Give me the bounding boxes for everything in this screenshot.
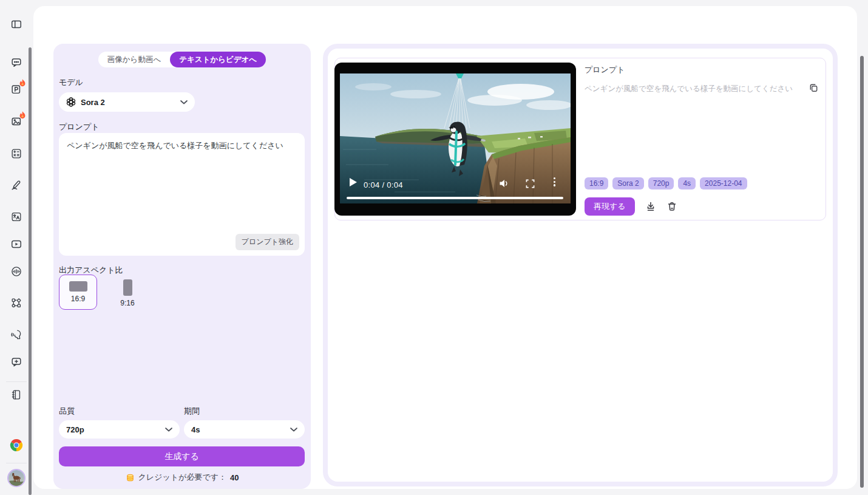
- tab-image-to-video[interactable]: 画像から動画へ: [98, 52, 170, 67]
- prompt-enhance-button[interactable]: プロンプト強化: [236, 234, 299, 250]
- tag-quality: 720p: [648, 177, 674, 189]
- new-chat-icon[interactable]: [10, 355, 23, 369]
- app-window: 画像から動画へ テキストからビデオへ モデル Sora 2 プロンプト ペンギン…: [0, 0, 868, 495]
- volume-icon[interactable]: [498, 178, 509, 191]
- download-icon[interactable]: [645, 201, 656, 212]
- voice-chat-icon[interactable]: [10, 328, 23, 341]
- aspect-option-9-16[interactable]: 9:16: [112, 275, 143, 310]
- tag-date: 2025-12-04: [700, 177, 747, 189]
- sidebar: [0, 0, 33, 495]
- time-display: 0:04 / 0:04: [364, 180, 403, 189]
- result-actions: 再現する: [585, 197, 677, 216]
- landscape-shape-icon: [69, 281, 87, 292]
- result-prompt-text: ペンギンが風船で空を飛んでいる様子を動画にしてください: [585, 83, 800, 95]
- sidebar-scrollbar[interactable]: [29, 47, 32, 495]
- openai-logo-icon: [66, 97, 76, 107]
- flame-badge: [18, 79, 27, 87]
- aspect-option-16-9[interactable]: 16:9: [59, 275, 97, 310]
- credits-text: クレジットが必要です：: [138, 472, 226, 483]
- result-panel: 0:04 / 0:04 プロンプト ペンギンが風船で空を飛んでいる様子を動画にし…: [323, 44, 838, 486]
- video-progress-bar[interactable]: [347, 197, 563, 199]
- mode-tabs: 画像から動画へ テキストからビデオへ: [53, 52, 311, 67]
- video-tool-icon[interactable]: [10, 237, 23, 251]
- copy-icon[interactable]: [809, 83, 819, 95]
- sidebar-divider: [6, 463, 27, 463]
- image-generate-icon[interactable]: [10, 115, 23, 128]
- duration-label: 期間: [184, 406, 200, 417]
- image-translate-icon[interactable]: [10, 210, 23, 224]
- quality-label: 品質: [59, 406, 75, 417]
- credits-value: 40: [230, 473, 239, 482]
- generate-button[interactable]: 生成する: [59, 446, 305, 466]
- play-button[interactable]: [350, 178, 357, 186]
- tab-text-to-video[interactable]: テキストからビデオへ: [170, 52, 266, 67]
- credits-info: クレジットが必要です： 40: [53, 472, 311, 483]
- quality-value: 720p: [66, 425, 84, 434]
- tag-duration: 4s: [678, 177, 696, 189]
- main-panel: 画像から動画へ テキストからビデオへ モデル Sora 2 プロンプト ペンギン…: [33, 6, 857, 489]
- math-solver-icon[interactable]: [10, 147, 23, 160]
- portrait-shape-icon: [123, 279, 132, 296]
- user-avatar[interactable]: [7, 469, 25, 487]
- sidebar-divider: [6, 381, 27, 382]
- result-card: 0:04 / 0:04 プロンプト ペンギンが風船で空を飛んでいる様子を動画にし…: [334, 58, 826, 220]
- duration-value: 4s: [191, 425, 200, 434]
- tag-model: Sora 2: [612, 177, 643, 189]
- chevron-down-icon: [165, 428, 172, 432]
- aspect-option-label: 16:9: [71, 295, 85, 303]
- writing-pen-icon[interactable]: [10, 179, 23, 192]
- reproduce-button[interactable]: 再現する: [585, 197, 635, 216]
- notebook-icon[interactable]: [10, 388, 23, 401]
- tag-aspect: 16:9: [585, 177, 608, 189]
- trash-icon[interactable]: [666, 201, 677, 212]
- page-scrollbar[interactable]: [860, 56, 864, 488]
- fullscreen-icon[interactable]: [526, 179, 535, 191]
- overflow-menu-icon[interactable]: [554, 177, 555, 186]
- prompt-label: プロンプト: [59, 121, 100, 132]
- sidebar-toggle-icon[interactable]: [10, 18, 23, 31]
- flame-badge: [18, 111, 27, 120]
- video-player[interactable]: 0:04 / 0:04: [334, 63, 576, 216]
- chevron-down-icon: [290, 428, 297, 432]
- result-prompt-heading: プロンプト: [585, 64, 625, 75]
- audio-tool-icon[interactable]: [10, 265, 23, 278]
- workflow-icon[interactable]: [10, 296, 23, 310]
- chevron-down-icon: [180, 100, 188, 104]
- model-value: Sora 2: [81, 98, 105, 107]
- chat-icon[interactable]: [10, 56, 23, 69]
- coins-icon: [126, 473, 135, 482]
- prompt-box: ペンギンが風船で空を飛んでいる様子を動画にしてください プロンプト強化: [59, 133, 305, 256]
- quality-select[interactable]: 720p: [59, 420, 180, 439]
- meta-tags: 16:9 Sora 2 720p 4s 2025-12-04: [585, 177, 747, 189]
- model-select[interactable]: Sora 2: [59, 92, 195, 112]
- generation-form: 画像から動画へ テキストからビデオへ モデル Sora 2 プロンプト ペンギン…: [53, 44, 311, 489]
- p-tools-icon[interactable]: [10, 83, 23, 96]
- chrome-icon[interactable]: [10, 439, 23, 452]
- duration-select[interactable]: 4s: [184, 420, 305, 439]
- aspect-option-label: 9:16: [120, 299, 134, 307]
- model-label: モデル: [59, 77, 83, 88]
